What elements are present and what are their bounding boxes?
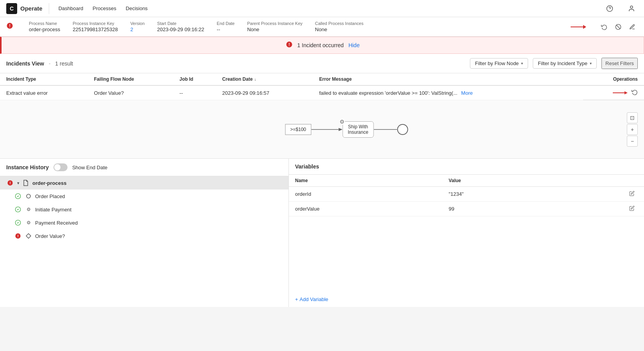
user-icon[interactable] bbox=[625, 2, 638, 15]
help-icon[interactable] bbox=[603, 2, 616, 15]
col-error-message: Error Message bbox=[313, 73, 583, 85]
incidents-separator: - bbox=[49, 60, 50, 66]
hide-incident-link[interactable]: Hide bbox=[349, 42, 360, 48]
nav-dashboard[interactable]: Dashboard bbox=[59, 4, 84, 13]
svg-point-19 bbox=[27, 194, 30, 198]
history-item-order-placed[interactable]: Order Placed bbox=[8, 190, 288, 203]
show-end-date-label: Show End Date bbox=[72, 165, 107, 170]
toggle-knob bbox=[54, 164, 60, 170]
var-name-orderid: orderId bbox=[289, 187, 443, 202]
version-value[interactable]: 2 bbox=[130, 27, 145, 32]
end-date-value: -- bbox=[217, 27, 235, 32]
instance-history-header: Instance History Show End Date bbox=[0, 159, 288, 176]
flow-diagram-area: >=$100 ⚙ Ship WithInsurance ⊡ + bbox=[0, 100, 644, 159]
var-actions-col bbox=[556, 175, 644, 187]
bottom-split: Instance History Show End Date ! ▾ order… bbox=[0, 159, 644, 307]
called-instances-info: Called Process Instances None bbox=[315, 21, 363, 32]
error-more-link[interactable]: More bbox=[461, 90, 473, 96]
incidents-view-title: Incidents View bbox=[6, 60, 44, 67]
var-value-orderid: "1234" bbox=[443, 187, 557, 202]
flow-arrow-wrapper bbox=[311, 126, 342, 133]
modify-icon[interactable] bbox=[627, 21, 638, 32]
flow-zoom-controls: ⊡ + − bbox=[627, 112, 638, 147]
variable-row-ordervalue: orderValue 99 bbox=[289, 202, 644, 216]
operations-cell bbox=[583, 86, 644, 100]
show-end-date-toggle[interactable] bbox=[53, 163, 68, 171]
error-message-cell: failed to evaluate expression 'orderValu… bbox=[313, 85, 583, 100]
file-icon bbox=[22, 179, 29, 186]
var-value-ordervalue: 99 bbox=[443, 202, 557, 216]
job-id-cell: -- bbox=[173, 85, 216, 100]
col-failing-flow-node: Failing Flow Node bbox=[88, 73, 173, 85]
end-date-info: End Date -- bbox=[217, 21, 235, 32]
filter-flow-node-button[interactable]: Filter by Flow Node ▾ bbox=[470, 58, 528, 69]
reset-filters-button[interactable]: Reset Filters bbox=[601, 58, 638, 69]
instance-history-title: Instance History bbox=[6, 164, 49, 170]
edit-ordervalue-icon[interactable] bbox=[629, 206, 635, 212]
history-label-order-process: order-process bbox=[32, 180, 66, 186]
add-variable-plus-icon: + bbox=[295, 296, 298, 302]
var-name-col: Name bbox=[289, 175, 443, 187]
variables-title: Variables bbox=[295, 163, 319, 170]
svg-marker-24 bbox=[26, 234, 31, 238]
history-item-order-value[interactable]: ! Order Value? bbox=[8, 229, 288, 243]
end-date-label: End Date bbox=[217, 21, 235, 26]
instance-history-panel: Instance History Show End Date ! ▾ order… bbox=[0, 159, 289, 307]
col-creation-date: Creation Date ↓ bbox=[216, 73, 313, 85]
filter-incident-type-button[interactable]: Filter by Incident Type ▾ bbox=[533, 58, 597, 69]
svg-text:!: ! bbox=[9, 181, 11, 185]
history-item-initiate-payment[interactable]: ⚙ Initiate Payment bbox=[8, 203, 288, 216]
app-name: Operate bbox=[20, 5, 43, 12]
var-name-ordervalue: orderValue bbox=[289, 202, 443, 216]
chevron-down-icon: ▾ bbox=[521, 61, 523, 66]
variables-header: Variables bbox=[289, 159, 644, 175]
cancel-icon[interactable] bbox=[613, 21, 624, 32]
zoom-out-button[interactable]: − bbox=[627, 136, 638, 147]
end-flow-line bbox=[374, 126, 397, 133]
circle-icon bbox=[25, 193, 32, 200]
flow-arrow-svg bbox=[311, 126, 342, 133]
incidents-table: Incident Type Failing Flow Node Job Id C… bbox=[0, 73, 644, 100]
add-variable-link[interactable]: + Add Variable bbox=[289, 292, 644, 307]
app-logo: C Operate bbox=[6, 3, 49, 14]
process-info-bar: ! Process Name order-process Process Ins… bbox=[0, 17, 644, 37]
start-date-label: Start Date bbox=[157, 21, 205, 26]
process-error-icon: ! bbox=[6, 22, 13, 31]
parent-key-info: Parent Process Instance Key None bbox=[247, 21, 302, 32]
col-operations: Operations bbox=[583, 73, 644, 85]
process-action-icons bbox=[599, 21, 638, 32]
ops-retry-icon[interactable] bbox=[632, 89, 638, 96]
parent-key-label: Parent Process Instance Key bbox=[247, 21, 302, 26]
history-item-payment-received[interactable]: ⚙ Payment Received bbox=[8, 216, 288, 229]
svg-text:!: ! bbox=[9, 23, 11, 28]
incidents-view-header: Incidents View - 1 result Filter by Flow… bbox=[0, 54, 644, 73]
arrow-indicator bbox=[571, 24, 586, 30]
instance-key-info: Process Instance Key 2251799813725328 bbox=[73, 21, 118, 32]
incident-type-cell: Extract value error bbox=[0, 85, 88, 100]
history-item-order-process[interactable]: ! ▾ order-process bbox=[0, 176, 288, 190]
edit-orderid-icon[interactable] bbox=[629, 191, 635, 197]
process-name-info: Process Name order-process bbox=[29, 21, 60, 32]
zoom-in-button[interactable]: + bbox=[627, 124, 638, 135]
chevron-icon: ▾ bbox=[17, 181, 19, 185]
svg-marker-14 bbox=[338, 128, 342, 131]
retry-icon[interactable] bbox=[599, 21, 610, 32]
process-name-value: order-process bbox=[29, 27, 60, 32]
status-success-icon-2 bbox=[14, 206, 22, 213]
creation-date-cell: 2023-09-29 09:16:57 bbox=[216, 85, 313, 100]
nav-decisions[interactable]: Decisions bbox=[126, 4, 148, 13]
col-job-id: Job Id bbox=[173, 73, 216, 85]
var-edit-ordervalue bbox=[556, 202, 644, 216]
svg-marker-6 bbox=[583, 25, 586, 29]
svg-line-8 bbox=[616, 25, 620, 28]
svg-text:!: ! bbox=[17, 234, 18, 238]
start-date-value: 2023-09-29 09:16:22 bbox=[157, 27, 205, 32]
process-name-label: Process Name bbox=[29, 21, 60, 26]
zoom-fit-button[interactable]: ⊡ bbox=[627, 112, 638, 123]
condition-box: >=$100 bbox=[285, 124, 311, 135]
nav-processes[interactable]: Processes bbox=[93, 4, 116, 13]
status-success-icon-3 bbox=[14, 219, 22, 227]
called-instances-label: Called Process Instances bbox=[315, 21, 363, 26]
gear-icon-2: ⚙ bbox=[25, 219, 32, 226]
table-row: Extract value error Order Value? -- 2023… bbox=[0, 85, 644, 100]
